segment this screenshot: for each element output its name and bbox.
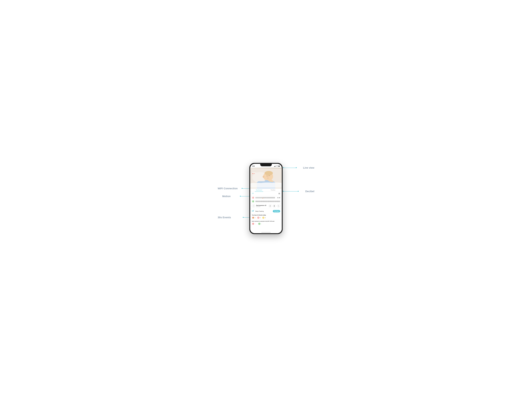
wifi-icon — [252, 193, 254, 195]
seg12 — [271, 197, 272, 198]
seg14 — [274, 197, 275, 198]
cvr-item-1: -- — [252, 223, 256, 225]
svg-rect-21 — [252, 210, 253, 212]
motion-sensor-row — [250, 199, 282, 203]
sound-bar-segments — [255, 197, 275, 198]
annotation-wifi: WiFi Connection — [218, 187, 238, 190]
mseg1 — [255, 201, 257, 202]
live-text: Live — [253, 173, 255, 174]
cvr-title: Each moment is a present. Get 24/7 CVR n… — [252, 221, 280, 222]
svg-point-15 — [272, 180, 273, 182]
annotation-decibel: Decibel — [305, 190, 314, 193]
event-sound-count: 6 — [260, 217, 261, 218]
music-info: Rachmaninov 32 00:30:00 — [256, 205, 268, 207]
sound-sensor-icon — [252, 196, 254, 199]
seg9 — [267, 197, 268, 198]
live-dot — [252, 173, 253, 174]
seg1 — [255, 197, 257, 198]
seg11 — [269, 197, 271, 198]
decibel-value: 26 dB — [276, 197, 280, 198]
cvr-item-2: -- — [258, 223, 262, 225]
back-button[interactable]: ‹ Lollipop Live — [252, 172, 256, 174]
events-title: You have 11 Events today — [252, 214, 280, 216]
event-item-motion[interactable]: 3 — [262, 217, 266, 219]
mseg9 — [270, 201, 271, 202]
sleep-tracking-row: z z Sleep Tracking Try Care — [250, 209, 282, 214]
events-section: You have 11 Events today 😢 2 — [250, 214, 282, 220]
seg10 — [268, 197, 269, 198]
music-time: 00:30:00 — [256, 206, 268, 207]
try-care-button[interactable]: Try Care — [273, 210, 280, 212]
baby-image-container — [250, 168, 282, 188]
cvr-value-1: -- — [255, 223, 256, 224]
camera-title: Lollipop — [252, 172, 256, 173]
seg8 — [265, 197, 266, 198]
annotation-motion: Motion — [222, 195, 231, 198]
cvr-row: -- -- — [252, 223, 280, 225]
seg4 — [260, 197, 261, 198]
event-item-sound[interactable]: 6 — [257, 217, 261, 219]
svg-point-11 — [263, 176, 264, 178]
motion-bar — [255, 201, 280, 202]
mseg7 — [266, 201, 268, 202]
tab-timeline[interactable]: Timeline — [266, 188, 280, 192]
svg-point-33 — [259, 223, 260, 224]
phone-frame: 3:36 — [249, 163, 283, 234]
live-view-dot-left — [283, 167, 284, 168]
events-row: 😢 2 6 — [252, 217, 280, 219]
home-indicator — [261, 232, 271, 233]
events-dot-right — [243, 217, 244, 218]
scene: Live view WiFi Connection Decibel Motion… — [214, 154, 318, 243]
seg2 — [257, 197, 258, 198]
sound-sensor-row: 26 dB — [250, 196, 282, 199]
svg-rect-23 — [253, 210, 253, 212]
volume-button[interactable] — [269, 204, 272, 208]
mseg11 — [273, 201, 275, 202]
mseg5 — [263, 201, 264, 202]
dashboard-content: Dashboard Timeline — [250, 188, 282, 233]
sound-bar — [255, 197, 275, 198]
motion-bar-segments — [255, 201, 280, 202]
event-cry-count: 2 — [255, 217, 255, 218]
svg-rect-0 — [274, 166, 274, 167]
svg-point-19 — [253, 201, 253, 201]
wifi-row — [250, 192, 282, 196]
play-button[interactable] — [273, 204, 276, 208]
seg7 — [264, 197, 265, 198]
svg-point-16 — [279, 193, 279, 194]
mseg13 — [277, 201, 278, 202]
event-item-cry[interactable]: 😢 2 — [252, 217, 255, 219]
svg-text:😢: 😢 — [253, 217, 254, 218]
cvr-section: Each moment is a present. Get 24/7 CVR n… — [250, 220, 282, 226]
baby-svg — [250, 168, 282, 188]
event-motion-icon — [262, 217, 265, 219]
cvr-icon-1 — [252, 223, 254, 225]
sleep-label: Sleep Tracking — [255, 211, 272, 212]
decibel-dot-right — [298, 191, 299, 192]
mseg6 — [264, 201, 266, 202]
tab-dashboard[interactable]: Dashboard — [252, 188, 266, 192]
playlist-button[interactable] — [277, 204, 280, 208]
svg-point-30 — [263, 217, 264, 217]
svg-rect-22 — [253, 211, 253, 212]
mseg3 — [259, 201, 261, 202]
battery-icon — [278, 166, 280, 167]
mseg12 — [275, 201, 277, 202]
gear-icon[interactable] — [278, 193, 280, 195]
decibel-line — [284, 191, 298, 192]
live-view-dot-right — [296, 167, 297, 168]
cvr-value-2: -- — [261, 223, 262, 224]
cvr-icon-2 — [258, 223, 261, 225]
mseg4 — [261, 201, 262, 202]
music-icon — [252, 204, 255, 208]
notch — [260, 164, 272, 166]
mseg10 — [271, 201, 273, 202]
svg-text:z: z — [254, 210, 254, 210]
tabs-container: Dashboard Timeline — [250, 188, 282, 192]
mseg2 — [257, 201, 259, 202]
svg-rect-2 — [275, 166, 275, 167]
svg-rect-1 — [275, 166, 275, 167]
signal-icon — [274, 166, 276, 167]
annotation-live-view: Live view — [303, 166, 314, 169]
music-controls — [269, 204, 280, 208]
